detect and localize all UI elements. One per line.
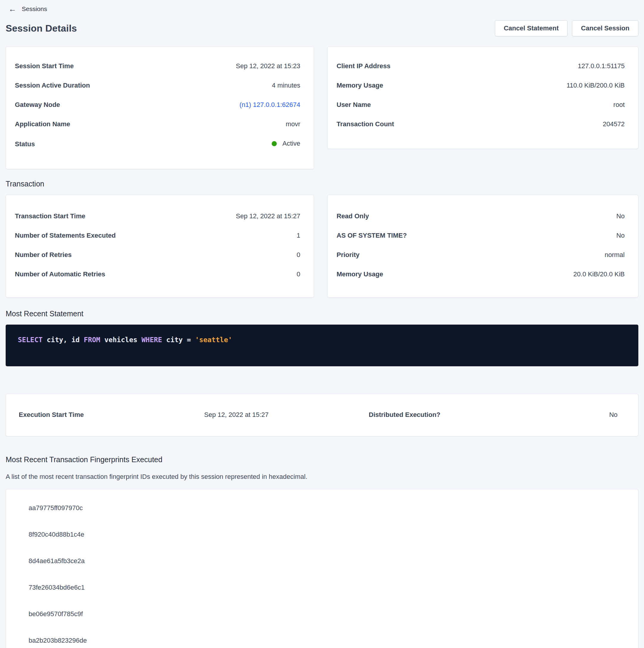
- row-label: Transaction Count: [337, 120, 394, 128]
- row-value: Sep 12, 2022 at 15:27: [236, 212, 300, 220]
- fingerprint-item: 73fe26034bd6e6c1: [28, 584, 626, 591]
- session-overview-row: Session Start Time Sep 12, 2022 at 15:23…: [6, 47, 638, 169]
- info-row-as-of-system-time: AS OF SYSTEM TIME? No: [337, 232, 625, 239]
- sql-statement-block: SELECT city, id FROM vehicles WHERE city…: [6, 325, 638, 366]
- info-row-session-start-time: Session Start Time Sep 12, 2022 at 15:23: [15, 62, 300, 70]
- info-row-status: Status Active: [15, 140, 300, 148]
- row-label: Status: [15, 140, 35, 148]
- row-label: Session Active Duration: [15, 82, 90, 89]
- cancel-session-button[interactable]: Cancel Session: [572, 20, 638, 36]
- row-value: 20.0 KiB/20.0 KiB: [574, 270, 625, 278]
- transaction-left-card: Transaction Start Time Sep 12, 2022 at 1…: [6, 195, 314, 298]
- fingerprints-card: aa79775ff097970c 8f920c40d88b1c4e 8d4ae6…: [6, 489, 638, 648]
- session-details-page: ← Sessions Session Details Cancel Statem…: [0, 0, 644, 648]
- fingerprint-item: 8d4ae61a5fb3ce2a: [28, 557, 626, 565]
- row-value: 0: [297, 270, 300, 278]
- page-title: Session Details: [6, 23, 77, 34]
- row-label: Number of Statements Executed: [15, 232, 116, 239]
- sql-token-plain: city =: [162, 336, 195, 344]
- row-label: Transaction Start Time: [15, 212, 85, 220]
- row-value: 1: [297, 232, 300, 239]
- info-row-read-only: Read Only No: [337, 212, 625, 220]
- row-label: Number of Retries: [15, 251, 72, 259]
- header-actions: Cancel Statement Cancel Session: [495, 20, 638, 36]
- status-text: Active: [282, 140, 300, 147]
- row-value: 127.0.0.1:51175: [578, 62, 625, 70]
- info-row-gateway-node: Gateway Node (n1) 127.0.0.1:62674: [15, 101, 300, 109]
- transaction-right-card: Read Only No AS OF SYSTEM TIME? No Prior…: [327, 195, 638, 298]
- fingerprints-section-heading: Most Recent Transaction Fingerprints Exe…: [6, 455, 638, 464]
- row-value: 0: [297, 251, 300, 259]
- fingerprint-item: 8f920c40d88b1c4e: [28, 531, 626, 538]
- info-row-application-name: Application Name movr: [15, 120, 300, 128]
- info-row-priority: Priority normal: [337, 251, 625, 259]
- transaction-section-heading: Transaction: [6, 179, 638, 188]
- info-row-client-ip: Client IP Address 127.0.0.1:51175: [337, 62, 625, 70]
- row-value: 110.0 KiB/200.0 KiB: [567, 82, 625, 89]
- row-value: Sep 12, 2022 at 15:23: [236, 62, 300, 70]
- sql-token-string: 'seattle': [195, 336, 232, 344]
- cancel-statement-button[interactable]: Cancel Statement: [495, 20, 568, 36]
- execution-start-time-value: Sep 12, 2022 at 15:27: [204, 411, 369, 419]
- info-row-user-name: User Name root: [337, 101, 625, 109]
- row-label: Number of Automatic Retries: [15, 270, 105, 278]
- client-info-card: Client IP Address 127.0.0.1:51175 Memory…: [327, 47, 638, 149]
- breadcrumb-back-sessions[interactable]: ← Sessions: [6, 3, 638, 12]
- info-row-memory-usage: Memory Usage 110.0 KiB/200.0 KiB: [337, 82, 625, 89]
- gateway-node-link[interactable]: (n1) 127.0.0.1:62674: [240, 101, 300, 109]
- execution-start-time-label: Execution Start Time: [19, 411, 204, 419]
- status-badge: Active: [272, 140, 300, 147]
- row-value: No: [616, 232, 625, 239]
- info-row-statements-executed: Number of Statements Executed 1: [15, 232, 300, 239]
- info-row-retries: Number of Retries 0: [15, 251, 300, 259]
- row-label: Application Name: [15, 120, 70, 128]
- row-label: User Name: [337, 101, 371, 109]
- row-label: Client IP Address: [337, 62, 391, 70]
- session-info-card: Session Start Time Sep 12, 2022 at 15:23…: [6, 47, 314, 169]
- transaction-cards-row: Transaction Start Time Sep 12, 2022 at 1…: [6, 195, 638, 298]
- sql-token-keyword: SELECT: [18, 336, 43, 344]
- row-label: AS OF SYSTEM TIME?: [337, 232, 407, 239]
- row-value: 204572: [603, 120, 625, 128]
- row-value: normal: [605, 251, 625, 259]
- row-label: Memory Usage: [337, 270, 383, 278]
- page-header: Session Details Cancel Statement Cancel …: [6, 20, 638, 36]
- distributed-execution-value: No: [609, 411, 618, 419]
- fingerprint-item: be06e9570f785c9f: [28, 610, 626, 618]
- sql-token-plain: vehicles: [100, 336, 141, 344]
- row-label: Priority: [337, 251, 359, 259]
- sql-token-keyword: FROM: [84, 336, 100, 344]
- back-arrow-icon: ←: [9, 6, 16, 12]
- info-row-automatic-retries: Number of Automatic Retries 0: [15, 270, 300, 278]
- fingerprint-item: aa79775ff097970c: [28, 504, 626, 512]
- info-row-txn-memory-usage: Memory Usage 20.0 KiB/20.0 KiB: [337, 270, 625, 278]
- info-row-transaction-start-time: Transaction Start Time Sep 12, 2022 at 1…: [15, 212, 300, 220]
- row-value: 4 minutes: [272, 82, 300, 89]
- row-value: root: [613, 101, 625, 109]
- info-row-transaction-count: Transaction Count 204572: [337, 120, 625, 128]
- fingerprints-description: A list of the most recent transaction fi…: [6, 473, 638, 481]
- statement-section-heading: Most Recent Statement: [6, 309, 638, 318]
- info-row-session-active-duration: Session Active Duration 4 minutes: [15, 82, 300, 89]
- sql-token-plain: city, id: [43, 336, 83, 344]
- row-label: Memory Usage: [337, 82, 383, 89]
- sql-token-keyword: WHERE: [141, 336, 162, 344]
- row-label: Read Only: [337, 212, 369, 220]
- execution-info-card: Execution Start Time Sep 12, 2022 at 15:…: [6, 394, 638, 436]
- row-value: movr: [286, 120, 300, 128]
- status-active-dot-icon: [272, 141, 277, 146]
- row-value: No: [616, 212, 625, 220]
- fingerprint-item: ba2b203b823296de: [28, 637, 626, 644]
- distributed-execution-label: Distributed Execution?: [369, 411, 609, 419]
- row-label: Gateway Node: [15, 101, 60, 109]
- breadcrumb-label: Sessions: [22, 5, 47, 12]
- row-label: Session Start Time: [15, 62, 74, 70]
